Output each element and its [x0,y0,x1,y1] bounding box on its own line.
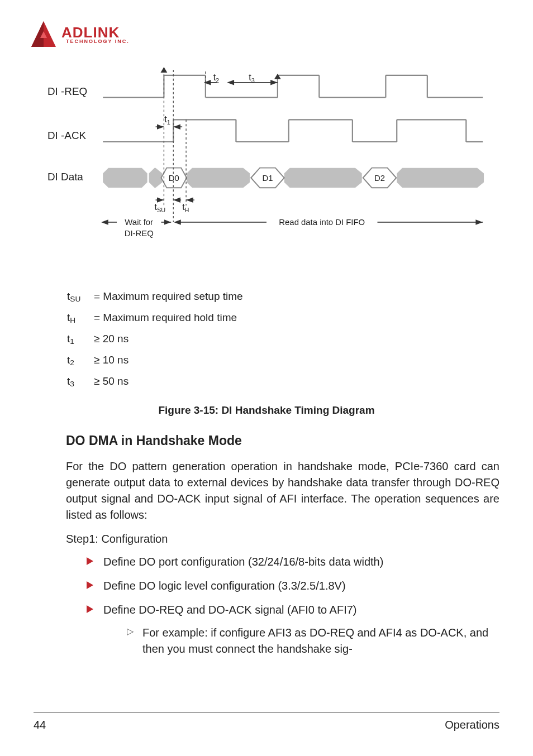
step1-label: Step1: Configuration [66,531,499,547]
svg-marker-28 [187,168,250,188]
config-bullets: Define DO port configuration (32/24/16/8… [87,554,499,657]
logo-text-sub: TECHNOLOGY INC. [66,39,130,44]
sub-bullet-example: For example: if configure AFI3 as DO-REQ… [127,625,499,657]
annot-read: Read data into DI FIFO [279,218,365,227]
param-t3: t3 ≥ 50 ns [67,371,499,392]
figure-caption: Figure 3-15: DI Handshake Timing Diagram [34,404,499,417]
parameter-definitions: tSU = Maximum required setup time tH = M… [67,286,499,392]
signal-di-data: DI Data [47,171,83,183]
logo: ADLINK TECHNOLOGY INC. [28,19,499,50]
logo-text-main: ADLINK [61,25,130,40]
svg-marker-27 [149,168,163,188]
page-number: 44 [34,719,46,731]
param-tsu: tSU = Maximum required setup time [67,286,499,307]
data-d1: D1 [262,174,273,183]
annot-wait2: DI-REQ [125,229,154,238]
body-paragraph: For the DO pattern generation operation … [66,458,499,523]
page: ADLINK TECHNOLOGY INC. DI -REQ DI -ACK D… [0,0,533,756]
timing-diagram: DI -REQ DI -ACK DI Data [45,67,488,252]
param-t1: t1 ≥ 20 ns [67,328,499,350]
bullet-do-port: Define DO port configuration (32/24/16/8… [87,554,499,570]
section-heading: DO DMA in Handshake Mode [66,433,499,448]
svg-marker-29 [284,168,362,188]
data-d0: D0 [169,174,179,183]
data-d2: D2 [374,174,385,183]
svg-marker-26 [103,168,147,188]
svg-text:tH: tH [182,202,189,213]
bullet-do-req-ack: Define DO-REQ and DO-ACK signal (AFI0 to… [87,602,499,657]
logo-triangle-icon [28,19,59,50]
svg-text:t1: t1 [164,114,170,126]
param-th: tH = Maximum required hold time [67,307,499,328]
bullet-do-logic: Define DO logic level configuration (3.3… [87,578,499,594]
svg-text:t3: t3 [249,73,254,84]
page-footer: 44 Operations [34,712,499,731]
signal-di-ack: DI -ACK [47,130,87,141]
signal-di-req: DI -REQ [47,85,87,97]
timing-diagram-svg: DI -REQ DI -ACK DI Data [45,67,488,250]
footer-section: Operations [445,719,499,731]
svg-marker-30 [397,168,484,188]
param-t2: t2 ≥ 10 ns [67,350,499,371]
annot-wait: Wait for [125,218,153,227]
svg-marker-38 [160,67,167,73]
svg-marker-43 [274,74,281,79]
svg-text:t2: t2 [213,73,219,84]
